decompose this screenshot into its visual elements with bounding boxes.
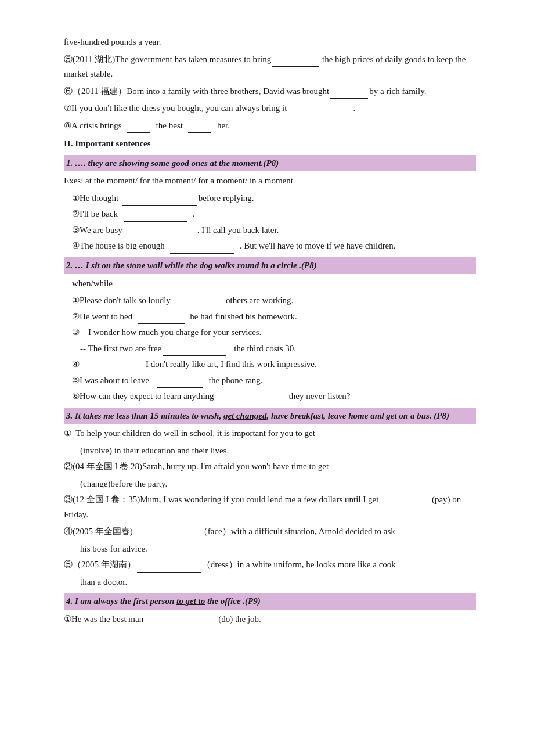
blank-1 [272,57,319,67]
blank-s2-5 [157,379,203,388]
sentence3-item-4a: ④(2005 年全国春)（face）with a difficult situa… [64,524,476,539]
sentence2-item-6: ⑥How can they expect to learn anything t… [72,389,476,404]
sentence1-exes: Exes: at the moment/ for the moment/ for… [64,174,476,189]
blank-3 [288,106,352,116]
section-header: II. Important sentences [64,136,476,152]
sentence2-item-5: ⑤I was about to leave the phone rang. [72,373,476,388]
sentence1-item-2: ②I'll be back . [72,207,476,222]
blank-s3-4 [134,530,198,539]
blank-4 [127,124,150,134]
sentence2-item-4: ④I don't really like art, I find this wo… [72,357,476,372]
intro-line-4: ⑦If you don't like the dress you bought,… [64,101,476,116]
blank-s1-2 [124,212,187,222]
sentence3-item-3: ③(12 全国 I 卷；35)Mum, I was wondering if y… [64,492,476,522]
blank-s2-3 [163,347,226,357]
intro-line-3: ⑥（2011 福建）Born into a family with three … [64,84,476,99]
blank-s4-1 [149,617,213,627]
sentence3-item-1a: ① To help your children do well in schoo… [64,426,476,441]
main-content: five-hundred pounds a year. ⑤(2011 湖北)Th… [64,35,476,627]
blank-5 [188,124,211,134]
intro-line-2: ⑤(2011 湖北)The government has taken measu… [64,52,476,82]
sentence2-item-3: ③—I wonder how much you charge for your … [72,325,476,340]
blank-s1-4 [170,244,234,254]
blank-s1-1 [122,196,197,206]
sentence3-item-4b: his boss for advice. [80,542,476,557]
blank-s3-5 [137,563,201,573]
blank-s2-4 [81,362,145,372]
sentence3-item-2b: (change)before the party. [80,477,476,492]
sentence3-header: 3. It takes me less than 15 minutes to w… [64,408,476,424]
sentence2-item-2: ②He went to bed he had finished his home… [72,309,476,325]
sentence2-item-1: ①Please don't talk so loudly others are … [72,293,476,308]
blank-s3-1 [316,431,392,441]
sentence2-header: 2. … I sit on the stone wall while the d… [64,257,476,274]
blank-s3-2 [330,465,405,474]
blank-s3-3 [384,498,431,507]
blank-s2-1 [172,298,218,308]
sentence2-item-3b: -- The first two are free the third cost… [80,341,476,357]
sentence1-item-4: ④The house is big enough . But we'll hav… [72,239,476,254]
blank-s1-3 [128,228,192,238]
sentence3-item-5a: ⑤（2005 年湖南）（dress）in a white uniform, he… [64,557,476,573]
blank-s2-6 [219,394,283,404]
sentence1-item-1: ①He thought before replying. [72,191,476,206]
when-while-label: when/while [72,276,476,291]
sentence3-item-5b: than a doctor. [80,575,476,590]
sentence4-item-1: ①He was the best man (do) the job. [64,612,476,627]
blank-s2-2 [138,315,185,325]
blank-2 [330,89,368,99]
sentence1-header: 1. …. they are showing some good ones at… [64,155,476,172]
intro-line-1: five-hundred pounds a year. [64,35,476,50]
sentence4-header: 4. I am always the first person to get t… [64,593,476,610]
sentence1-item-3: ③We are busy . I'll call you back later. [72,223,476,238]
sentence3-item-1b: (involve) in their education and their l… [80,444,476,459]
sentence3-item-2a: ②(04 年全国 I 卷 28)Sarah, hurry up. I'm afr… [64,459,476,474]
intro-line-5: ⑧A crisis brings the best her. [64,118,476,134]
